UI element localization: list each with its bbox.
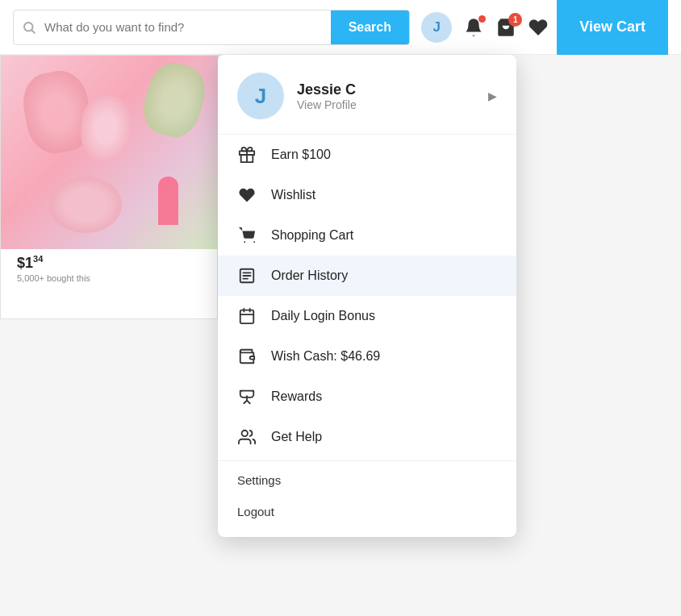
- product-card-1[interactable]: $134 5,000+ bought this: [0, 55, 218, 319]
- menu-item-wish-cash[interactable]: Wish Cash: $46.69: [218, 336, 516, 377]
- menu-item-shopping-cart[interactable]: Shopping Cart: [218, 215, 516, 256]
- menu-label-rewards: Rewards: [271, 389, 322, 404]
- view-profile-link[interactable]: View Profile: [297, 98, 475, 111]
- menu-label-get-help: Get Help: [271, 430, 322, 444]
- product-info-1: $134 5,000+ bought this: [1, 249, 217, 298]
- dropdown-username: Jessie C: [297, 81, 475, 98]
- user-dropdown: J Jessie C View Profile ▶ Earn $100 Wish…: [218, 55, 516, 537]
- gift-icon: [237, 145, 257, 164]
- cart-menu-icon: [237, 226, 257, 245]
- notification-badge: [478, 15, 486, 23]
- menu-item-wishlist[interactable]: Wishlist: [218, 175, 516, 215]
- cart-badge: 1: [508, 13, 522, 27]
- dropdown-avatar: J: [237, 73, 284, 119]
- dropdown-header: J Jessie C View Profile ▶: [218, 55, 516, 135]
- menu-item-rewards[interactable]: Rewards: [218, 377, 516, 417]
- menu-item-daily-login[interactable]: Daily Login Bonus: [218, 296, 516, 336]
- svg-line-1: [31, 30, 34, 32]
- logout-link[interactable]: Logout: [218, 496, 516, 527]
- dropdown-user-info: Jessie C View Profile: [297, 81, 475, 111]
- list-menu-icon: [237, 266, 257, 285]
- dropdown-arrow-icon: ▶: [488, 89, 497, 102]
- people-menu-icon: [237, 427, 257, 447]
- calendar-menu-icon: [237, 306, 257, 326]
- search-icon: [14, 20, 44, 35]
- cart-button[interactable]: 1: [495, 17, 516, 38]
- header-icons: J 1: [421, 12, 549, 43]
- user-avatar[interactable]: J: [421, 12, 452, 43]
- heart-icon-header: [528, 17, 549, 38]
- dropdown-divider: [218, 460, 516, 461]
- search-button[interactable]: Search: [331, 10, 409, 45]
- search-input[interactable]: [44, 20, 331, 34]
- menu-label-wish-cash: Wish Cash: $46.69: [271, 349, 380, 364]
- search-container: Search: [13, 10, 410, 45]
- menu-label-earn: Earn $100: [271, 148, 331, 162]
- svg-rect-8: [240, 310, 254, 324]
- notification-button[interactable]: [463, 17, 484, 38]
- svg-point-13: [242, 431, 248, 436]
- product-image-1: [1, 56, 219, 249]
- trophy-menu-icon: [237, 387, 257, 406]
- menu-item-order-history[interactable]: Order History: [218, 256, 516, 296]
- menu-label-daily-login: Daily Login Bonus: [271, 309, 375, 323]
- menu-item-earn[interactable]: Earn $100: [218, 135, 516, 175]
- view-cart-button[interactable]: View Cart: [557, 0, 668, 55]
- settings-link[interactable]: Settings: [218, 464, 516, 496]
- menu-label-order-history: Order History: [271, 268, 348, 283]
- wishlist-button[interactable]: [528, 17, 549, 38]
- menu-label-wishlist: Wishlist: [271, 188, 315, 202]
- wallet-menu-icon: [237, 347, 257, 366]
- product-bought-1: 5,000+ bought this: [9, 272, 209, 289]
- product-price-1: $134: [9, 254, 209, 272]
- menu-item-get-help[interactable]: Get Help: [218, 417, 516, 457]
- heart-menu-icon: [237, 185, 257, 205]
- menu-label-shopping-cart: Shopping Cart: [271, 228, 353, 243]
- header: Search J 1 View Cart: [0, 0, 681, 55]
